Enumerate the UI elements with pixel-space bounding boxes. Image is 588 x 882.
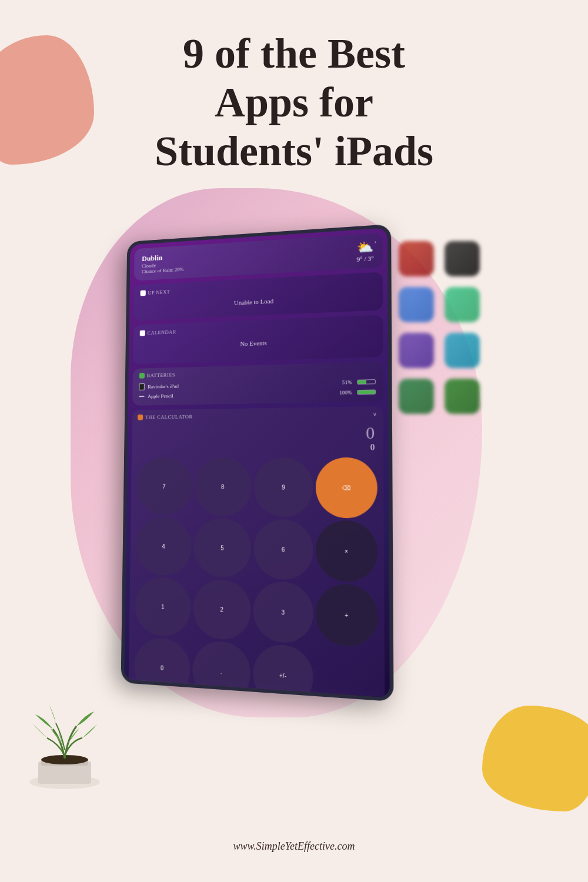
app-icon-2 <box>399 241 434 276</box>
ipad-icon <box>139 383 144 390</box>
page-title: 9 of the Best Apps for Students' iPads <box>47 29 541 175</box>
battery-pct-ipad: 51% <box>342 379 352 386</box>
calc-btn-5[interactable]: 5 <box>193 518 252 579</box>
app-icon-3 <box>445 241 480 276</box>
footer-url: www.SimpleYetEffective.com <box>0 840 588 853</box>
calc-btn-7[interactable]: 7 <box>136 457 192 516</box>
app-icon-11 <box>399 379 434 414</box>
battery-pct-pencil: 100% <box>339 389 352 396</box>
calc-btn-6[interactable]: 6 <box>253 519 313 580</box>
battery-bar-ipad <box>357 379 376 385</box>
calendar-widget: CALENDAR No Events <box>133 315 383 364</box>
footer: www.SimpleYetEffective.com <box>0 840 588 853</box>
calc-btn-add[interactable]: + <box>316 583 378 648</box>
calc-btn-9[interactable]: 9 <box>254 457 313 517</box>
calc-btn-3[interactable]: 3 <box>253 581 313 644</box>
calculator-icon <box>138 415 143 420</box>
weather-info: Dublin Cloudy Chance of Rain: 20% <box>142 252 184 274</box>
weather-right: ⛅ 9° / 3° <box>356 239 374 263</box>
calculator-collapse: ∨ <box>372 411 377 417</box>
batteries-widget: BATTERIES Ravindar's iPad 51% Appl <box>132 362 383 406</box>
title-area: 9 of the Best Apps for Students' iPads <box>0 29 588 175</box>
calculator-grid: 7 8 9 ⌫ 4 5 6 × 1 2 3 + 0 . <box>133 457 378 697</box>
app-icon-5 <box>399 287 434 322</box>
app-icon-6 <box>445 287 480 322</box>
calc-btn-4[interactable]: 4 <box>135 517 192 576</box>
calc-btn-8[interactable]: 8 <box>194 457 252 516</box>
calendar-icon <box>140 330 145 336</box>
calc-btn-backspace[interactable]: ⌫ <box>316 457 377 519</box>
battery-fill-pencil <box>358 390 375 395</box>
upnext-icon <box>141 290 146 296</box>
ipad-mockup: Dublin Cloudy Chance of Rain: 20% ⛅ 9° /… <box>121 224 394 701</box>
calc-btn-multiply[interactable]: × <box>316 520 378 583</box>
calculator-display-bottom: 0 <box>137 443 377 455</box>
battery-fill-ipad <box>358 380 366 383</box>
battery-device-pencil: Apple Pencil <box>139 393 173 399</box>
app-icon-9 <box>445 333 480 368</box>
battery-bar-pencil <box>357 389 376 395</box>
weather-icon: ⛅ <box>356 239 374 256</box>
app-icon-8 <box>399 333 434 368</box>
calculator-widget: THE CALCULATOR ∨ 0 0 7 8 9 ⌫ 4 5 6 × <box>128 406 385 697</box>
calc-btn-plusminus[interactable]: +/- <box>253 643 313 697</box>
calculator-header: THE CALCULATOR ∨ <box>138 411 377 420</box>
app-icon-12 <box>445 379 480 414</box>
decorative-blob-bottom-right <box>482 706 588 811</box>
batteries-icon <box>139 373 145 379</box>
plant-decoration <box>6 647 123 794</box>
weather-temp: 9° / 3° <box>356 255 374 263</box>
calc-btn-1[interactable]: 1 <box>135 576 191 637</box>
pencil-icon <box>139 396 144 397</box>
calculator-display-top: 0 <box>137 421 377 444</box>
battery-device-ipad: Ravindar's iPad <box>139 383 178 390</box>
calc-btn-2[interactable]: 2 <box>193 579 251 641</box>
ipad-screen: Dublin Cloudy Chance of Rain: 20% ⛅ 9° /… <box>124 228 390 697</box>
widget-arrow: › <box>374 238 376 245</box>
upnext-widget: UP NEXT Unable to Load <box>133 272 383 321</box>
ipad-frame: Dublin Cloudy Chance of Rain: 20% ⛅ 9° /… <box>121 224 394 701</box>
